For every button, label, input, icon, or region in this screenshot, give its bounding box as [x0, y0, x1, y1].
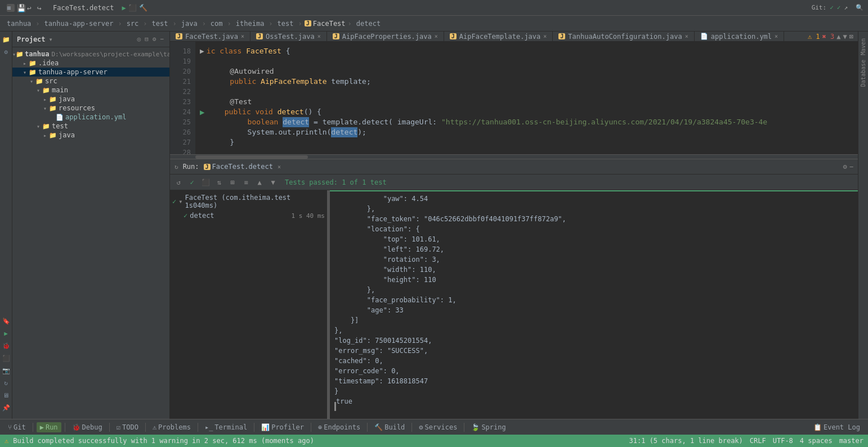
database-label[interactable]: Database [860, 60, 866, 87]
nav-com[interactable]: com [208, 19, 225, 29]
tree-test[interactable]: ▾ 📁 test [12, 122, 169, 131]
debug-btn[interactable]: 🐞 Debug [69, 422, 106, 432]
camera-icon[interactable]: 📷 [1, 365, 12, 376]
close-panel-icon[interactable]: − [159, 34, 165, 44]
menu-icon[interactable]: ≡ [7, 4, 15, 12]
run-panel-actions[interactable]: ⚙ − [843, 163, 853, 171]
encoding[interactable]: UTF-8 [773, 437, 793, 445]
tree-java-test[interactable]: ▸ 📁 java [12, 131, 169, 140]
run-filter-btn[interactable]: ⊞ [226, 176, 239, 189]
tab-close-aipfacetemplate[interactable]: × [543, 33, 547, 39]
run-test-badge[interactable]: J FaceTest.detect [204, 163, 273, 171]
tree-resources[interactable]: ▾ 📁 resources [12, 104, 169, 113]
run-output[interactable]: "yaw": 4.54 }, "face_token": "046c52662d… [330, 190, 858, 419]
nav-test2[interactable]: test [275, 19, 296, 29]
branch-name[interactable]: master [839, 437, 863, 445]
stop-icon-left[interactable]: ⬛ [1, 352, 12, 364]
project-dropdown-icon[interactable]: ▾ [49, 35, 53, 43]
nav-java[interactable]: java [179, 19, 200, 29]
indent-setting[interactable]: 4 spaces [800, 437, 833, 445]
debug-icon-left[interactable]: 🐞 [1, 340, 12, 351]
tree-tanhua-app-server[interactable]: ▾ 📁 tanhua-app-server [12, 68, 169, 77]
project-icon[interactable]: 📁 [1, 34, 12, 45]
run-gutter-24[interactable]: ▶ [200, 107, 204, 117]
line-ending[interactable]: CRLF [750, 437, 766, 445]
nav-tanhua-app-server[interactable]: tanhua-app-server [42, 19, 116, 29]
save-icon[interactable]: 💾 [17, 4, 25, 12]
suite-expand-icon[interactable]: ▾ [178, 198, 182, 205]
editor-actions[interactable]: ⚠ 1 ✖ 3 ▲ ▼ ⊠ [808, 32, 858, 41]
endpoints-btn[interactable]: ⊕ Endpoints [315, 422, 364, 432]
tab-aipfacetemplate[interactable]: J AipFaceTemplate.java × [444, 32, 553, 41]
run-close-icon[interactable]: × [278, 164, 281, 170]
tab-tanhuaautoconfig[interactable]: J TanhuaAutoConfiguration.java × [553, 32, 694, 41]
build-button[interactable]: 🔨 [139, 4, 147, 12]
spring-btn[interactable]: 🍃 Spring [468, 422, 509, 432]
todo-btn[interactable]: ☑ TODO [113, 422, 142, 432]
structure-icon[interactable]: ⚙ [1, 46, 12, 57]
run-sort-btn[interactable]: ⇅ [213, 176, 225, 189]
tab-osstest[interactable]: J OssTest.java × [250, 32, 327, 41]
bookmark-icon[interactable]: 🔖 [1, 315, 12, 327]
tab-aipfaceprops[interactable]: J AipFaceProperties.java × [327, 32, 444, 41]
git-btn[interactable]: ⑂ Git [5, 422, 29, 432]
tab-facetest[interactable]: J FaceTest.java × [170, 32, 250, 41]
arrow-down-icon[interactable]: ▼ [843, 33, 847, 41]
run-btn[interactable]: ▶ Run [37, 422, 61, 432]
tree-java-main[interactable]: ▸ 📁 java [12, 95, 169, 104]
run-refresh-icon[interactable]: ↻ [175, 163, 178, 171]
run-up-btn[interactable]: ▲ [253, 176, 266, 189]
event-log-btn[interactable]: 📋 Event Log [810, 422, 863, 432]
nav-detect[interactable]: detect [354, 19, 383, 29]
run-rerun-btn[interactable]: ↺ [172, 176, 185, 189]
undo-icon[interactable]: ↩ [27, 4, 35, 12]
cursor-position[interactable]: 31:1 (5 chars, 1 line break) [629, 437, 743, 445]
run-stop-btn[interactable]: ⬛ [199, 176, 212, 189]
run-expand-btn[interactable]: ≡ [240, 176, 252, 189]
run-check-btn[interactable]: ✓ [186, 176, 198, 189]
locate-icon[interactable]: ◎ [136, 34, 142, 44]
run-settings-icon[interactable]: ⚙ [843, 163, 847, 171]
maven-label[interactable]: Maven [860, 38, 866, 55]
tab-close-tanhuaautoconfig[interactable]: × [685, 33, 688, 39]
tree-application-yml[interactable]: ▸ 📄 application.yml [12, 113, 169, 122]
panel-close-icon[interactable]: ⊠ [849, 33, 853, 41]
project-header-actions[interactable]: ◎ ⊟ ⚙ − [136, 34, 165, 44]
pin-icon[interactable]: 📌 [1, 402, 12, 413]
problems-btn[interactable]: ⚠ Problems [149, 422, 194, 432]
tree-src[interactable]: ▾ 📁 src [12, 77, 169, 86]
terminal-icon-left[interactable]: 🖥 [1, 390, 12, 401]
redo-icon[interactable]: ↪ [37, 4, 45, 12]
run-icon-left[interactable]: ▶ [1, 328, 12, 339]
run-controls[interactable]: ▶ ⬛ 🔨 [122, 4, 147, 12]
test-suite-facetest[interactable]: ✓ ▾ FaceTest (com.itheima.test 1s040ms) [172, 193, 325, 211]
code-content[interactable]: ▶ ic class FaceTest { @Autowired public … [195, 42, 858, 154]
nav-src[interactable]: src [124, 19, 141, 29]
tree-root[interactable]: ▾ 📁 tanhua D:\workspaces\project-example… [12, 50, 169, 59]
code-scrollbar-h[interactable] [170, 154, 858, 159]
run-down-btn[interactable]: ▼ [267, 176, 279, 189]
arrow-up-icon[interactable]: ▲ [836, 33, 840, 41]
tab-close-facetest[interactable]: × [241, 33, 244, 39]
tab-appyml[interactable]: 📄 application.yml × [695, 32, 784, 41]
refresh-icon[interactable]: ↻ [1, 377, 12, 388]
build-btn[interactable]: 🔨 Build [371, 422, 408, 432]
tree-main[interactable]: ▾ 📁 main [12, 86, 169, 95]
run-marker-18[interactable]: ▶ [200, 46, 204, 56]
settings-icon[interactable]: ⚙ [151, 34, 158, 44]
nav-tanhua[interactable]: tanhua [5, 19, 33, 29]
tab-close-osstest[interactable]: × [317, 33, 321, 39]
nav-facetest[interactable]: J FaceTest [305, 20, 346, 28]
run-minimize-icon[interactable]: − [849, 163, 853, 171]
search-icon[interactable]: 🔍 [856, 4, 863, 11]
services-btn[interactable]: ⚙ Services [415, 422, 460, 432]
tree-idea[interactable]: ▸ 📁 .idea [12, 59, 169, 68]
profiler-btn[interactable]: 📊 Profiler [258, 422, 307, 432]
tab-close-aipfaceprops[interactable]: × [435, 33, 438, 39]
nav-itheima[interactable]: itheima [234, 19, 267, 29]
terminal-btn[interactable]: ▸_ Terminal [202, 422, 250, 432]
tab-close-appyml[interactable]: × [775, 33, 778, 39]
collapse-all-icon[interactable]: ⊟ [144, 34, 150, 44]
nav-test[interactable]: test [150, 19, 171, 29]
run-button[interactable]: ▶ [122, 4, 126, 12]
